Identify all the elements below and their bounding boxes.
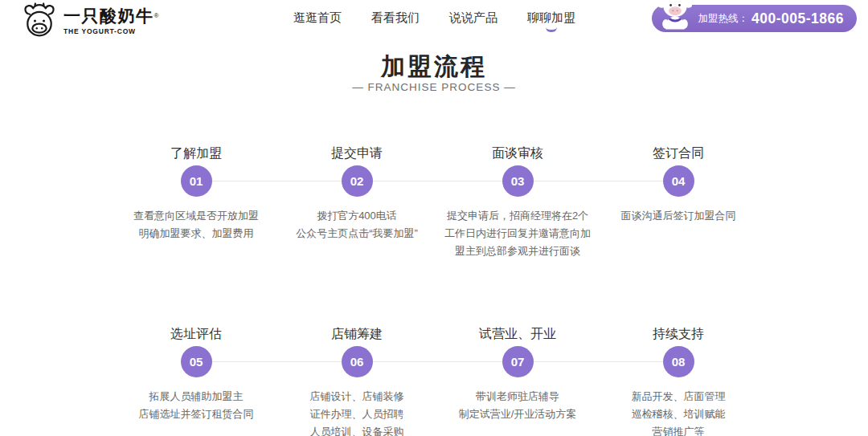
step-description: 提交申请后，招商经理将在2个 工作日内进行回复并邀请意向加 盟主到总部参观并进行… — [437, 207, 598, 260]
nav-item-franchise[interactable]: 聊聊加盟 — [527, 10, 575, 32]
franchise-process-page: 一只酸奶牛® THE YOGURT-COW 逛逛首页 看看我们 说说产品 聊聊加… — [0, 0, 868, 436]
step-number-badge: 08 — [663, 346, 694, 377]
step-04: 签订合同 04 面谈沟通后签订加盟合同 — [598, 145, 759, 260]
step-description: 店铺设计、店铺装修 证件办理、人员招聘 人员培训、设备采购 — [276, 388, 437, 436]
logo-name-en: THE YOGURT-COW — [63, 27, 160, 35]
step-description: 拨打官方400电话 公众号主页点击“我要加盟” — [276, 207, 437, 242]
step-number-badge: 04 — [663, 165, 694, 197]
header: 一只酸奶牛® THE YOGURT-COW 逛逛首页 看看我们 说说产品 聊聊加… — [0, 0, 868, 45]
trademark-symbol: ® — [154, 12, 160, 19]
logo-text: 一只酸奶牛® THE YOGURT-COW — [63, 6, 160, 35]
step-number-badge: 02 — [342, 165, 373, 197]
step-description: 带训老师驻店辅导 制定试营业/开业活动方案 — [437, 388, 598, 423]
step-08: 持续支持 08 新品开发、店面管理 巡检稽核、培训赋能 营销推广等 — [598, 325, 759, 436]
cow-logo-icon — [21, 2, 58, 39]
step-03: 面谈审核 03 提交申请后，招商经理将在2个 工作日内进行回复并邀请意向加 盟主… — [437, 145, 598, 260]
franchise-steps-row-2: 选址评估 05 拓展人员辅助加盟主 店铺选址并签订租赁合同 店铺筹建 06 店铺… — [116, 325, 759, 436]
step-description: 查看意向区域是否开放加盟 明确加盟要求、加盟费用 — [116, 207, 276, 242]
step-01: 了解加盟 01 查看意向区域是否开放加盟 明确加盟要求、加盟费用 — [116, 145, 276, 260]
logo-name-zh: 一只酸奶牛® — [63, 6, 160, 26]
nav-item-products[interactable]: 说说产品 — [449, 10, 497, 32]
nav-item-home[interactable]: 逛逛首页 — [293, 10, 342, 32]
nav-item-franchise-label: 聊聊加盟 — [527, 10, 575, 24]
step-title: 面谈审核 — [437, 145, 598, 161]
hotline-number: 400-005-1866 — [751, 10, 844, 27]
step-title: 签订合同 — [598, 145, 759, 161]
step-description: 新品开发、店面管理 巡检稽核、培训赋能 营销推广等 — [598, 388, 759, 436]
section-title: 加盟流程 — [0, 51, 868, 84]
logo[interactable]: 一只酸奶牛® THE YOGURT-COW — [21, 2, 160, 39]
step-title: 选址评估 — [116, 325, 276, 342]
step-title: 提交申请 — [276, 145, 437, 161]
step-number-badge: 01 — [181, 165, 212, 197]
step-title: 了解加盟 — [116, 145, 276, 161]
step-07: 试营业、开业 07 带训老师驻店辅导 制定试营业/开业活动方案 — [437, 325, 598, 436]
step-title: 持续支持 — [598, 325, 759, 342]
step-number-badge: 06 — [342, 346, 373, 377]
step-number-badge: 05 — [181, 346, 212, 377]
step-number-badge: 03 — [502, 165, 534, 197]
cow-mascot-icon — [655, 0, 695, 33]
hotline-label: 加盟热线： — [698, 12, 749, 26]
main-nav: 逛逛首页 看看我们 说说产品 聊聊加盟 — [293, 10, 575, 32]
step-number-badge: 07 — [502, 346, 534, 377]
step-05: 选址评估 05 拓展人员辅助加盟主 店铺选址并签订租赁合同 — [116, 325, 276, 436]
step-06: 店铺筹建 06 店铺设计、店铺装修 证件办理、人员招聘 人员培训、设备采购 — [276, 325, 437, 436]
step-title: 店铺筹建 — [276, 325, 437, 342]
step-02: 提交申请 02 拨打官方400电话 公众号主页点击“我要加盟” — [276, 145, 437, 260]
step-title: 试营业、开业 — [437, 325, 598, 342]
nav-item-about[interactable]: 看看我们 — [371, 10, 420, 32]
active-tab-indicator — [546, 27, 557, 32]
step-description: 拓展人员辅助加盟主 店铺选址并签订租赁合同 — [116, 388, 276, 423]
step-description: 面谈沟通后签订加盟合同 — [598, 207, 759, 225]
franchise-steps-row-1: 了解加盟 01 查看意向区域是否开放加盟 明确加盟要求、加盟费用 提交申请 02… — [116, 145, 759, 260]
section-subtitle: — FRANCHISE PROCESS — — [0, 81, 868, 93]
hotline-pill[interactable]: 加盟热线： 400-005-1866 — [652, 5, 857, 32]
